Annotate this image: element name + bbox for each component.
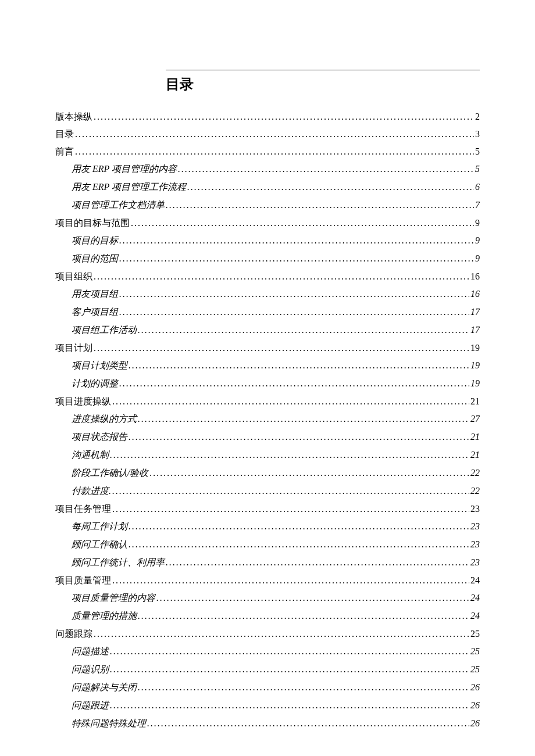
toc-entry: 顾问工作统计、利用率23 [55, 557, 480, 569]
toc-leader-dots [94, 629, 469, 639]
toc-leader-dots [119, 289, 469, 299]
toc-page-number: 19 [470, 360, 480, 371]
toc-label: 用友项目组 [72, 288, 118, 300]
toc-entry: 计划的调整19 [55, 378, 480, 390]
toc-entry: 阶段工作确认/验收22 [55, 467, 480, 479]
toc-label: 阶段工作确认/验收 [72, 467, 148, 479]
toc-page-number: 22 [470, 486, 480, 496]
toc-label: 顾问工作统计、利用率 [72, 557, 165, 569]
toc-leader-dots [75, 146, 474, 157]
toc-label: 特殊问题特殊处理 [72, 718, 146, 730]
toc-entry: 问题跟进26 [55, 700, 480, 712]
toc-entry: 项目任务管理23 [55, 503, 480, 515]
toc-page-number: 9 [475, 235, 480, 246]
toc-leader-dots [112, 504, 469, 514]
toc-entry: 质量管理的措施24 [55, 610, 480, 622]
toc-entry: 特殊问题特殊处理26 [55, 718, 480, 730]
toc-page-number: 26 [470, 700, 480, 711]
toc-label: 项目组织 [55, 271, 92, 283]
toc-page-number: 26 [470, 718, 480, 729]
toc-page-number: 5 [475, 164, 480, 174]
toc-leader-dots [112, 575, 469, 586]
toc-entry: 付款进度.22 [55, 485, 480, 497]
toc-leader-dots [138, 325, 469, 335]
toc-leader-dots [110, 664, 469, 675]
toc-label: 问题跟进 [72, 700, 109, 712]
toc-label: 项目管理工作文档清单 [72, 199, 165, 212]
toc-label: 问题跟踪 [55, 628, 92, 640]
toc-page-number: 5 [475, 146, 480, 157]
toc-page-number: 24 [470, 611, 480, 621]
toc-page-number: 26 [470, 682, 480, 693]
toc-leader-dots [94, 343, 469, 353]
toc-entry: 目录3 [55, 128, 480, 141]
toc-entry: 沟通机制21 [55, 449, 480, 461]
toc-page-number: 22 [470, 468, 480, 478]
toc-entry: 项目质量管理24 [55, 575, 480, 587]
toc-label: 项目计划 [55, 342, 92, 354]
toc-leader-dots [119, 307, 469, 317]
toc-leader-dots [129, 360, 469, 371]
table-of-contents: 版本操纵2目录3前言5用友 ERP 项目管理的内容5用友 ERP 项目管理工作流… [55, 111, 480, 730]
toc-leader-dots [110, 700, 469, 711]
toc-entry: 用友项目组16 [55, 288, 480, 300]
toc-label: 项目质量管理 [55, 575, 111, 587]
toc-label: 项目质量管理的内容 [72, 592, 155, 604]
toc-leader-dots [119, 235, 474, 246]
toc-leader-dots [187, 182, 474, 192]
toc-leader-dots [166, 200, 474, 210]
toc-leader-dots [138, 682, 469, 693]
page-title: 目录 [166, 75, 480, 94]
toc-entry: 进度操纵的方式27 [55, 413, 480, 425]
toc-entry: 问题描述25 [55, 646, 480, 658]
toc-page-number: 9 [475, 218, 480, 228]
toc-entry: 项目状态报告21 [55, 431, 480, 443]
toc-entry: 项目的范围9 [55, 253, 480, 265]
toc-leader-dots [94, 271, 469, 282]
toc-page-number: 27 [470, 414, 480, 424]
toc-entry: 项目组工作活动17 [55, 324, 480, 336]
toc-page-number: 17 [470, 325, 480, 335]
toc-page-number: 16 [470, 271, 480, 282]
toc-label: 客户项目组 [72, 306, 118, 318]
toc-label: 沟通机制 [72, 449, 109, 461]
toc-label: 计划的调整 [72, 378, 118, 390]
toc-label: 项目状态报告 [72, 431, 127, 443]
toc-leader-dots [110, 646, 469, 657]
toc-page-number: 24 [470, 575, 480, 586]
toc-label: 版本操纵 [55, 111, 92, 123]
toc-entry: 客户项目组17 [55, 306, 480, 318]
toc-entry: 项目管理工作文档清单7 [55, 199, 480, 212]
toc-entry: 项目进度操纵21 [55, 396, 480, 408]
toc-page-number: 6 [475, 182, 480, 192]
toc-entry: 项目组织16 [55, 271, 480, 283]
toc-leader-dots [75, 129, 474, 139]
toc-page-number: 17 [470, 307, 480, 317]
toc-page-number: 23 [470, 539, 480, 550]
toc-label: 用友 ERP 项目管理工作流程 [72, 181, 186, 194]
toc-page-number: 19 [470, 378, 480, 389]
toc-leader-dots [129, 539, 469, 550]
toc-leader-dots [156, 593, 469, 603]
toc-page-number: 3 [475, 129, 480, 139]
toc-label: 问题描述 [72, 646, 109, 658]
toc-page-number: 25 [470, 664, 480, 675]
toc-label: 前言 [55, 146, 74, 158]
toc-label: 每周工作计划 [72, 521, 127, 533]
toc-label: 付款进度. [72, 485, 111, 497]
toc-leader-dots [178, 164, 474, 174]
toc-label: 用友 ERP 项目管理的内容 [72, 163, 177, 175]
toc-leader-dots [131, 218, 474, 228]
toc-label: 进度操纵的方式 [72, 413, 137, 425]
toc-leader-dots [138, 611, 469, 621]
toc-label: 顾问工作确认 [72, 539, 127, 551]
toc-leader-dots [129, 521, 469, 532]
toc-page-number: 23 [470, 521, 480, 532]
toc-leader-dots [119, 253, 474, 264]
toc-leader-dots [149, 468, 469, 478]
toc-entry: 项目的目标与范围9 [55, 217, 480, 230]
toc-page-number: 16 [470, 289, 480, 299]
toc-page-number: 21 [470, 396, 480, 407]
toc-page-number: 25 [470, 646, 480, 657]
toc-label: 项目组工作活动 [72, 324, 137, 336]
